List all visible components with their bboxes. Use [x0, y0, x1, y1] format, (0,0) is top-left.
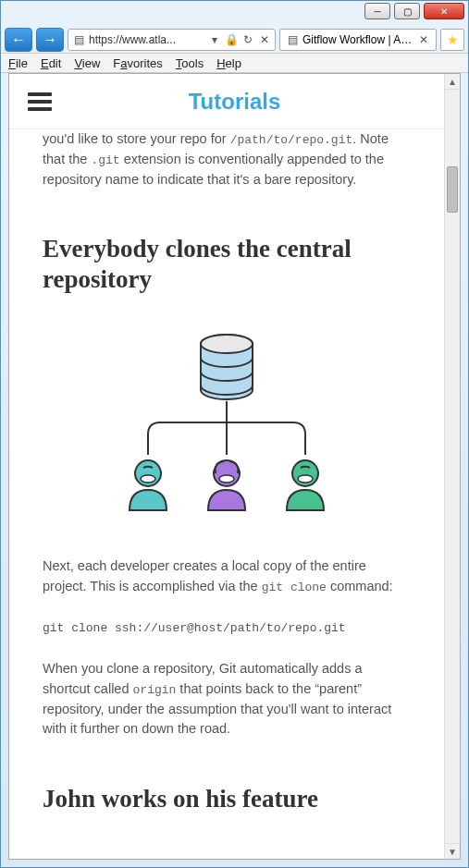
menu-help[interactable]: Help: [216, 56, 241, 70]
tab-title: Gitflow Workflow | Atl...: [302, 33, 413, 46]
favorites-button[interactable]: ★: [440, 29, 464, 51]
code-git-clone: git clone: [262, 581, 327, 594]
svg-point-5: [141, 475, 155, 483]
code-repo-path: /path/to/repo.git: [230, 133, 353, 147]
tab-favicon-icon: ▤: [286, 33, 299, 46]
url-text: https://www.atla...: [89, 33, 204, 46]
code-origin: origin: [133, 683, 177, 697]
vertical-scrollbar[interactable]: ▲ ▼: [444, 74, 460, 859]
site-header: Tutorials: [9, 74, 460, 129]
dropdown-icon[interactable]: ▾: [208, 33, 221, 46]
forward-button[interactable]: →: [36, 28, 64, 52]
clone-command-block: git clone ssh://user@host/path/to/repo.g…: [43, 619, 411, 638]
scroll-down-icon[interactable]: ▼: [445, 843, 460, 859]
scroll-up-icon[interactable]: ▲: [445, 74, 460, 90]
menu-tools[interactable]: Tools: [176, 56, 204, 70]
window-minimize-button[interactable]: ─: [364, 3, 390, 19]
page-viewport: Tutorials you'd like to store your repo …: [8, 73, 461, 860]
window-maximize-button[interactable]: ▢: [394, 3, 420, 19]
window-titlebar: ─ ▢ ✕: [1, 1, 468, 27]
svg-point-9: [298, 475, 313, 483]
tab-close-icon[interactable]: ✕: [417, 33, 430, 46]
site-title[interactable]: Tutorials: [28, 89, 441, 115]
scroll-thumb[interactable]: [447, 166, 458, 213]
browser-toolbar: ← → ▤ https://www.atla... ▾ 🔒 ↻ ✕ ▤ Gitf…: [1, 27, 468, 53]
code-git-ext: .git: [91, 153, 119, 167]
menu-file[interactable]: File: [8, 56, 28, 70]
stop-icon[interactable]: ✕: [258, 33, 271, 46]
menu-favorites[interactable]: Favorites: [113, 56, 162, 70]
lock-icon: 🔒: [225, 33, 238, 46]
refresh-icon[interactable]: ↻: [241, 33, 254, 46]
article-content: you'd like to store your repo for /path/…: [9, 129, 444, 859]
clone-paragraph-2: When you clone a repository, Git automat…: [43, 659, 411, 740]
clone-paragraph-1: Next, each developer creates a local cop…: [43, 556, 411, 597]
browser-tab[interactable]: ▤ Gitflow Workflow | Atl... ✕: [279, 29, 437, 51]
site-favicon-icon: ▤: [72, 33, 85, 46]
window-close-button[interactable]: ✕: [424, 3, 464, 19]
menu-edit[interactable]: Edit: [41, 56, 61, 70]
back-button[interactable]: ←: [5, 28, 32, 52]
svg-point-7: [219, 475, 234, 483]
heading-john-feature: John works on his feature: [43, 784, 411, 813]
menu-view[interactable]: View: [74, 56, 100, 70]
svg-point-1: [201, 335, 253, 353]
heading-clone-central: Everybody clones the central repository: [43, 234, 411, 294]
intro-paragraph: you'd like to store your repo for /path/…: [43, 129, 411, 189]
menu-bar: File Edit View Favorites Tools Help: [1, 53, 468, 73]
browser-window: ─ ▢ ✕ ← → ▤ https://www.atla... ▾ 🔒 ↻ ✕ …: [0, 0, 469, 868]
clone-illustration: [43, 316, 411, 538]
address-bar[interactable]: ▤ https://www.atla... ▾ 🔒 ↻ ✕: [68, 29, 276, 51]
